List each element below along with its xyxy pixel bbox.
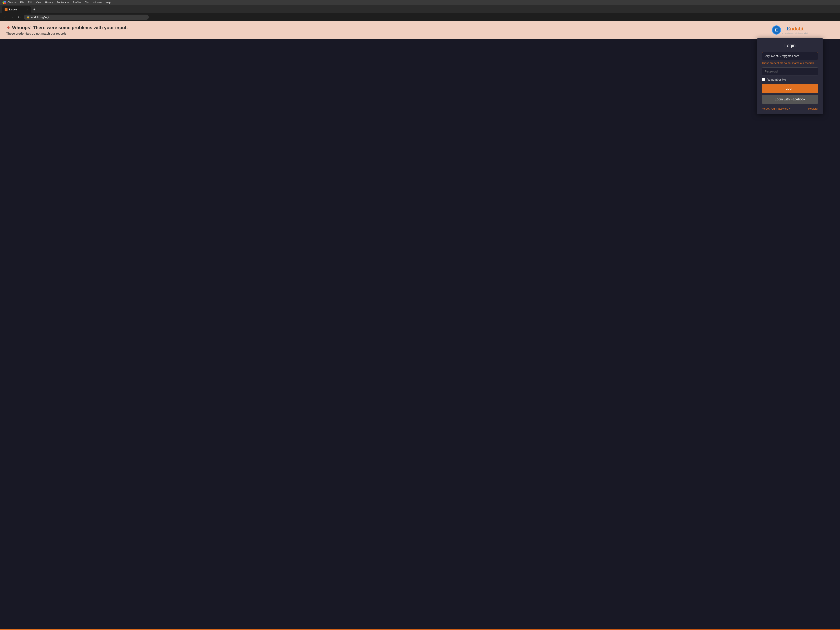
url-text: endolit.org/login <box>31 16 51 19</box>
forward-button[interactable]: › <box>9 14 14 20</box>
logo-container: E Endolit For Endolit of Endoling · Endo… <box>757 25 823 35</box>
menu-file[interactable]: File <box>20 1 24 4</box>
remember-row: Remember Me <box>762 78 818 81</box>
active-tab[interactable]: Laravel × <box>2 6 31 13</box>
browser-chrome: Chrome File Edit View History Bookmarks … <box>0 0 840 21</box>
error-banner-title: ⚠Whoops! There were some problems with y… <box>6 25 834 30</box>
tab-bar: Laravel × + <box>0 5 840 13</box>
login-title: Login <box>762 43 818 48</box>
login-button[interactable]: Login <box>762 84 818 93</box>
menu-help[interactable]: Help <box>106 1 111 4</box>
menu-edit[interactable]: Edit <box>28 1 32 4</box>
lock-icon: 🔒 <box>27 16 30 19</box>
logo: E Endolit For Endolit of Endoling · Endo… <box>772 25 808 35</box>
menu-chrome[interactable]: Chrome <box>8 1 16 4</box>
menu-view[interactable]: View <box>36 1 41 4</box>
logo-tagline: For Endolit of Endoling · Endolit <box>782 32 808 35</box>
browser-menubar: Chrome File Edit View History Bookmarks … <box>0 0 840 5</box>
warning-icon: ⚠ <box>6 25 10 30</box>
logo-text: Endolit <box>782 25 808 32</box>
tab-favicon <box>5 8 8 11</box>
login-area: E Endolit For Endolit of Endoling · Endo… <box>757 25 823 114</box>
forgot-password-link[interactable]: Forgot Your Password? <box>762 107 790 110</box>
register-link[interactable]: Register <box>808 107 818 110</box>
error-banner-subtitle: These credentials do not match our recor… <box>6 32 834 35</box>
menu-history[interactable]: History <box>45 1 53 4</box>
login-card: Login These credentials do not match our… <box>757 38 823 114</box>
email-group: These credentials do not match our recor… <box>762 52 818 65</box>
password-group <box>762 68 818 76</box>
email-input[interactable] <box>762 52 818 60</box>
password-input[interactable] <box>762 68 818 76</box>
logo-E: E <box>786 25 790 32</box>
bottom-bar <box>0 629 840 630</box>
page-content: ⚠Whoops! There were some problems with y… <box>0 21 840 630</box>
logo-rest: ndolit <box>790 25 804 32</box>
logo-circle: E <box>772 25 781 35</box>
chrome-logo <box>3 1 6 5</box>
back-button[interactable]: ‹ <box>3 14 8 20</box>
menu-profiles[interactable]: Profiles <box>73 1 81 4</box>
tab-close-button[interactable]: × <box>26 8 28 11</box>
menu-tab[interactable]: Tab <box>85 1 89 4</box>
address-bar[interactable]: 🔒 endolit.org/login <box>24 14 149 20</box>
new-tab-button[interactable]: + <box>32 7 37 13</box>
email-error: These credentials do not match our recor… <box>762 61 818 65</box>
address-bar-row: ‹ › ↻ 🔒 endolit.org/login <box>0 13 840 21</box>
remember-label: Remember Me <box>767 78 786 81</box>
menu-window[interactable]: Window <box>93 1 102 4</box>
remember-checkbox[interactable] <box>762 78 765 81</box>
facebook-login-button[interactable]: Login with Facebook <box>762 95 818 104</box>
menu-bookmarks[interactable]: Bookmarks <box>57 1 69 4</box>
tab-label: Laravel <box>9 8 17 11</box>
reload-button[interactable]: ↻ <box>17 14 22 20</box>
card-footer: Forgot Your Password? Register <box>762 107 818 110</box>
error-banner: ⚠Whoops! There were some problems with y… <box>0 21 840 39</box>
